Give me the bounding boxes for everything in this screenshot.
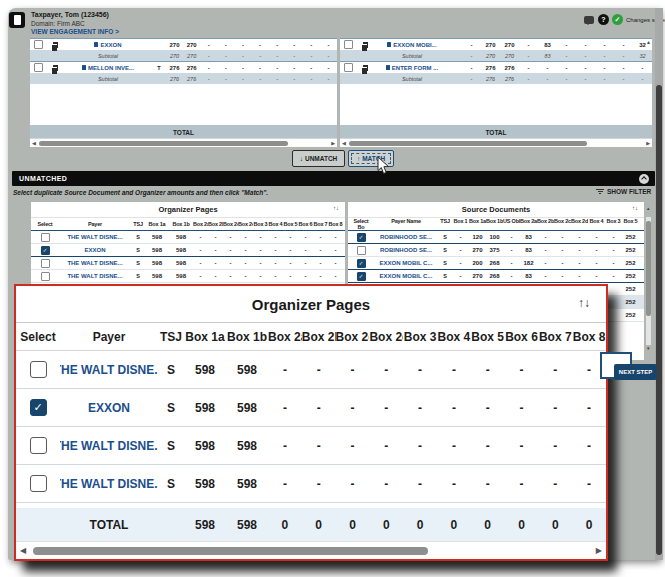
scrollbar-thumb[interactable] — [646, 221, 651, 316]
checkbox[interactable] — [34, 63, 43, 72]
amount-value: - — [283, 234, 298, 240]
checkbox[interactable] — [357, 246, 366, 255]
amount-value: - — [336, 363, 370, 377]
matched-row[interactable]: MELLON INVE...T276276-------- — [30, 61, 337, 73]
scrollbar-thumb[interactable] — [656, 85, 662, 555]
amount-value: - — [369, 439, 403, 453]
next-step-button[interactable]: NEXT STEP — [614, 364, 657, 380]
table-row[interactable]: ✓EXXON MOBIL C...S-200268-182-----252 — [348, 257, 644, 270]
amount-value: - — [268, 273, 283, 279]
amount-value: 598 — [145, 247, 169, 253]
checkbox[interactable]: ✓ — [357, 259, 366, 268]
unmatch-button[interactable]: ↓ UNMATCH — [292, 150, 345, 167]
amount-value: - — [537, 247, 554, 253]
payer-link[interactable]: EXXON MOBIL C... — [374, 260, 438, 266]
scroll-right-icon[interactable]: ▶ — [331, 141, 335, 146]
table-row[interactable]: ✓EXXONS598598---------- — [16, 389, 606, 427]
page-vertical-scrollbar[interactable] — [655, 8, 663, 560]
amount-value: - — [320, 42, 337, 48]
amount-value: 598 — [169, 273, 193, 279]
payer-link[interactable]: EXXON — [60, 401, 158, 415]
show-filter-button[interactable]: SHOW FILTER — [596, 188, 651, 195]
table-row[interactable]: ✓ROBINHOOD SE...S-120100-83-----252 — [348, 231, 644, 244]
column-header: Box 2a — [193, 221, 208, 227]
scroll-right-icon[interactable]: ▶ — [596, 546, 602, 555]
column-header: Box 5 — [283, 221, 298, 227]
help-icon[interactable]: ? — [598, 14, 609, 25]
table-row[interactable]: THE WALT DISNE...S598598---------- — [31, 270, 345, 283]
payer-link[interactable]: ENTER FORM ... — [374, 65, 450, 71]
checkbox[interactable] — [41, 259, 50, 268]
table-row[interactable]: ✓EXXONS598598---------- — [31, 244, 345, 257]
table-row[interactable]: THE WALT DISNE...S598598---------- — [16, 351, 606, 389]
scroll-left-icon[interactable]: ◀ — [342, 141, 346, 146]
pages-icon — [363, 65, 368, 71]
payer-link[interactable]: THE WALT DISNE... — [59, 273, 131, 279]
payer-link[interactable]: EXXON MOBI... — [374, 42, 450, 48]
table-row[interactable]: THE WALT DISNE...S598598---------- — [31, 231, 345, 244]
sort-icon[interactable]: ↑↓ — [578, 296, 590, 310]
payer-link[interactable]: THE WALT DISNE... — [60, 439, 158, 453]
checkbox[interactable] — [41, 233, 50, 242]
payer-link[interactable]: ROBINHOOD SE... — [374, 234, 438, 240]
checkbox[interactable] — [30, 437, 47, 454]
scroll-up-icon[interactable]: ▲ — [646, 207, 650, 212]
matched-row[interactable]: EXXON MOBI...-270270-83----32 — [340, 38, 652, 50]
scroll-up-icon[interactable]: ▲ — [646, 40, 651, 45]
amount-value: - — [588, 234, 605, 240]
overlay-title: Organizer Pages — [252, 296, 370, 313]
horizontal-scrollbar[interactable]: ◀ ▶ — [30, 138, 337, 147]
payer-link[interactable]: MELLON INVE... — [64, 65, 152, 71]
matched-row[interactable]: ENTER FORM ...-276276------- — [340, 61, 652, 73]
scroll-right-icon[interactable]: ▶ — [646, 141, 650, 146]
payer-link[interactable]: THE WALT DISNE... — [60, 363, 158, 377]
matched-row[interactable]: EXXON270270-------- — [30, 38, 337, 50]
amount-value: 83 — [538, 42, 557, 48]
amount-value: - — [269, 53, 286, 59]
amount-value: - — [252, 42, 269, 48]
checkbox[interactable] — [41, 272, 50, 281]
vertical-scrollbar[interactable] — [646, 217, 651, 345]
scrollbar-thumb[interactable] — [349, 141, 588, 146]
view-engagement-link[interactable]: VIEW ENGAGEMENT INFO > — [31, 28, 119, 35]
amount-value: - — [538, 439, 572, 453]
amount-value: - — [505, 477, 539, 491]
table-row[interactable]: THE WALT DISNE...S598598---------- — [16, 427, 606, 465]
checkbox[interactable] — [344, 63, 353, 72]
payer-link[interactable]: ROBINHOOD SE... — [374, 247, 438, 253]
chat-icon[interactable] — [584, 16, 594, 24]
checkbox[interactable] — [30, 361, 47, 378]
payer-link[interactable]: EXXON MOBIL C... — [374, 273, 438, 279]
amount-value: - — [554, 273, 571, 279]
payer-link[interactable]: THE WALT DISNE... — [59, 234, 131, 240]
sort-icon[interactable]: ↑↓ — [632, 205, 638, 211]
amount-value: - — [557, 65, 576, 71]
column-header: US Obli. — [503, 218, 520, 224]
sort-icon[interactable]: ↑↓ — [333, 205, 339, 211]
table-row[interactable]: THE WALT DISNE...S598598---------- — [31, 257, 345, 270]
checkbox[interactable] — [34, 40, 43, 49]
scroll-left-icon[interactable]: ◀ — [32, 141, 36, 146]
table-row[interactable]: THE WALT DISNE...S598598---------- — [16, 465, 606, 503]
checkbox[interactable] — [344, 40, 353, 49]
checkbox[interactable]: ✓ — [41, 246, 50, 255]
payer-link[interactable]: THE WALT DISNE... — [60, 477, 158, 491]
scrollbar-thumb[interactable] — [33, 547, 428, 555]
subtotal-label: Subtotal — [374, 76, 450, 82]
payer-link[interactable]: EXXON — [64, 42, 152, 48]
checkbox[interactable]: ✓ — [357, 272, 366, 281]
amount-value: 270 — [183, 53, 200, 59]
scrollbar-thumb[interactable] — [39, 141, 288, 146]
checkbox[interactable]: ✓ — [357, 233, 366, 242]
payer-link[interactable]: THE WALT DISNE... — [59, 260, 131, 266]
table-row[interactable]: ✓EXXON MOBIL C...S-270268-83-----252 — [348, 270, 644, 283]
payer-link[interactable]: EXXON — [59, 247, 131, 253]
scroll-down-icon[interactable]: ▼ — [646, 347, 650, 352]
horizontal-scrollbar[interactable]: ◀ ▶ — [340, 138, 652, 147]
table-row[interactable]: ROBINHOOD SE...S-270375-83-----252 — [348, 244, 644, 257]
checkbox[interactable] — [30, 475, 47, 492]
checkbox[interactable]: ✓ — [30, 399, 47, 416]
horizontal-scrollbar[interactable]: ◀ ▶ — [16, 541, 606, 559]
collapse-icon[interactable] — [639, 174, 649, 184]
scroll-left-icon[interactable]: ◀ — [20, 546, 26, 555]
